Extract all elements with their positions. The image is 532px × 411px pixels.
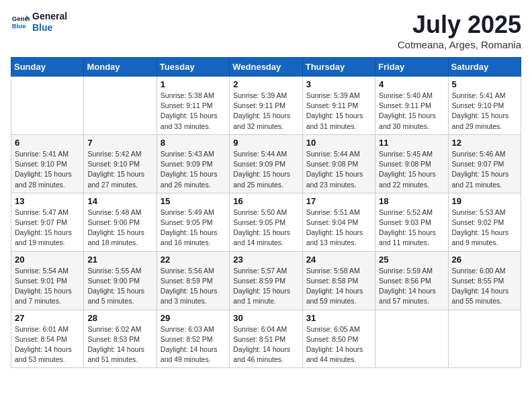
day-info: Sunrise: 5:58 AM Sunset: 8:58 PM Dayligh… <box>306 266 371 307</box>
weekday-header-sunday: Sunday <box>11 58 84 77</box>
day-info: Sunrise: 6:04 AM Sunset: 8:51 PM Dayligh… <box>233 324 298 365</box>
calendar-cell: 25Sunrise: 5:59 AM Sunset: 8:56 PM Dayli… <box>375 251 448 310</box>
calendar-cell: 22Sunrise: 5:56 AM Sunset: 8:59 PM Dayli… <box>157 251 229 310</box>
day-info: Sunrise: 5:42 AM Sunset: 9:10 PM Dayligh… <box>87 149 152 190</box>
day-info: Sunrise: 5:52 AM Sunset: 9:03 PM Dayligh… <box>379 208 444 248</box>
day-info: Sunrise: 5:59 AM Sunset: 8:56 PM Dayligh… <box>379 266 444 307</box>
day-number: 24 <box>306 255 371 265</box>
day-info: Sunrise: 5:54 AM Sunset: 9:01 PM Dayligh… <box>15 266 80 307</box>
day-info: Sunrise: 6:05 AM Sunset: 8:50 PM Dayligh… <box>306 324 371 365</box>
weekday-header-friday: Friday <box>375 58 448 77</box>
calendar-cell: 8Sunrise: 5:43 AM Sunset: 9:09 PM Daylig… <box>157 134 229 193</box>
day-number: 7 <box>87 138 152 148</box>
weekday-header-wednesday: Wednesday <box>230 58 302 77</box>
weekday-header-tuesday: Tuesday <box>157 58 229 77</box>
calendar-cell: 27Sunrise: 6:01 AM Sunset: 8:54 PM Dayli… <box>11 310 84 368</box>
calendar-cell: 31Sunrise: 6:05 AM Sunset: 8:50 PM Dayli… <box>302 310 375 368</box>
day-info: Sunrise: 5:57 AM Sunset: 8:59 PM Dayligh… <box>233 266 298 307</box>
day-info: Sunrise: 5:44 AM Sunset: 9:08 PM Dayligh… <box>306 149 371 190</box>
calendar-cell: 11Sunrise: 5:45 AM Sunset: 9:08 PM Dayli… <box>375 134 448 193</box>
calendar-table: SundayMondayTuesdayWednesdayThursdayFrid… <box>11 57 521 368</box>
calendar-cell: 1Sunrise: 5:38 AM Sunset: 9:11 PM Daylig… <box>157 77 229 135</box>
day-number: 30 <box>233 313 298 323</box>
logo-blue: Blue <box>32 22 67 34</box>
day-number: 8 <box>161 138 226 148</box>
calendar-cell <box>448 310 521 368</box>
month-title: July 2025 <box>398 11 521 39</box>
weekday-header-thursday: Thursday <box>302 58 375 77</box>
day-number: 18 <box>379 196 444 206</box>
day-info: Sunrise: 5:41 AM Sunset: 9:10 PM Dayligh… <box>15 149 80 190</box>
calendar-cell: 3Sunrise: 5:39 AM Sunset: 9:11 PM Daylig… <box>302 77 375 135</box>
calendar-cell: 18Sunrise: 5:52 AM Sunset: 9:03 PM Dayli… <box>375 193 448 251</box>
calendar-cell: 30Sunrise: 6:04 AM Sunset: 8:51 PM Dayli… <box>230 310 302 368</box>
day-info: Sunrise: 6:03 AM Sunset: 8:52 PM Dayligh… <box>161 324 226 365</box>
calendar-cell: 9Sunrise: 5:44 AM Sunset: 9:09 PM Daylig… <box>230 134 302 193</box>
calendar-week-row: 20Sunrise: 5:54 AM Sunset: 9:01 PM Dayli… <box>11 251 521 310</box>
day-info: Sunrise: 5:50 AM Sunset: 9:05 PM Dayligh… <box>233 208 298 248</box>
calendar-week-row: 1Sunrise: 5:38 AM Sunset: 9:11 PM Daylig… <box>11 77 521 135</box>
day-number: 10 <box>306 138 371 148</box>
calendar-cell: 14Sunrise: 5:48 AM Sunset: 9:06 PM Dayli… <box>84 193 157 251</box>
day-info: Sunrise: 6:00 AM Sunset: 8:55 PM Dayligh… <box>452 266 517 307</box>
calendar-cell <box>11 77 84 135</box>
day-info: Sunrise: 5:49 AM Sunset: 9:05 PM Dayligh… <box>161 208 226 248</box>
day-number: 12 <box>452 138 517 148</box>
day-info: Sunrise: 5:47 AM Sunset: 9:07 PM Dayligh… <box>15 208 80 248</box>
day-info: Sunrise: 5:41 AM Sunset: 9:10 PM Dayligh… <box>452 91 517 132</box>
day-info: Sunrise: 6:02 AM Sunset: 8:53 PM Dayligh… <box>87 324 152 365</box>
day-info: Sunrise: 6:01 AM Sunset: 8:54 PM Dayligh… <box>15 324 80 365</box>
calendar-week-row: 27Sunrise: 6:01 AM Sunset: 8:54 PM Dayli… <box>11 310 521 368</box>
day-number: 26 <box>452 255 517 265</box>
svg-text:Blue: Blue <box>12 22 26 30</box>
day-info: Sunrise: 5:48 AM Sunset: 9:06 PM Dayligh… <box>87 208 152 248</box>
calendar-cell: 12Sunrise: 5:46 AM Sunset: 9:07 PM Dayli… <box>448 134 521 193</box>
day-number: 29 <box>161 313 226 323</box>
calendar-week-row: 13Sunrise: 5:47 AM Sunset: 9:07 PM Dayli… <box>11 193 521 251</box>
calendar-cell: 19Sunrise: 5:53 AM Sunset: 9:02 PM Dayli… <box>448 193 521 251</box>
day-info: Sunrise: 5:40 AM Sunset: 9:11 PM Dayligh… <box>379 91 444 132</box>
day-number: 31 <box>306 313 371 323</box>
calendar-cell: 28Sunrise: 6:02 AM Sunset: 8:53 PM Dayli… <box>84 310 157 368</box>
calendar-cell: 10Sunrise: 5:44 AM Sunset: 9:08 PM Dayli… <box>302 134 375 193</box>
calendar-cell: 29Sunrise: 6:03 AM Sunset: 8:52 PM Dayli… <box>157 310 229 368</box>
day-number: 25 <box>379 255 444 265</box>
day-number: 2 <box>233 79 298 89</box>
location-subtitle: Cotmeana, Arges, Romania <box>398 39 521 50</box>
day-number: 9 <box>233 138 298 148</box>
day-info: Sunrise: 5:46 AM Sunset: 9:07 PM Dayligh… <box>452 149 517 190</box>
day-number: 16 <box>233 196 298 206</box>
calendar-cell: 17Sunrise: 5:51 AM Sunset: 9:04 PM Dayli… <box>302 193 375 251</box>
page-header: General Blue General Blue July 2025 Cotm… <box>11 11 521 50</box>
day-info: Sunrise: 5:39 AM Sunset: 9:11 PM Dayligh… <box>306 91 371 132</box>
logo: General Blue General Blue <box>11 11 67 34</box>
calendar-cell <box>84 77 157 135</box>
day-number: 22 <box>161 255 226 265</box>
day-number: 23 <box>233 255 298 265</box>
calendar-cell: 23Sunrise: 5:57 AM Sunset: 8:59 PM Dayli… <box>230 251 302 310</box>
day-number: 13 <box>15 196 80 206</box>
day-number: 1 <box>161 79 226 89</box>
logo-icon: General Blue <box>11 13 30 32</box>
calendar-cell: 2Sunrise: 5:39 AM Sunset: 9:11 PM Daylig… <box>230 77 302 135</box>
calendar-cell: 16Sunrise: 5:50 AM Sunset: 9:05 PM Dayli… <box>230 193 302 251</box>
calendar-cell <box>375 310 448 368</box>
day-info: Sunrise: 5:43 AM Sunset: 9:09 PM Dayligh… <box>161 149 226 190</box>
day-info: Sunrise: 5:55 AM Sunset: 9:00 PM Dayligh… <box>87 266 152 307</box>
day-number: 6 <box>15 138 80 148</box>
day-info: Sunrise: 5:51 AM Sunset: 9:04 PM Dayligh… <box>306 208 371 248</box>
day-info: Sunrise: 5:53 AM Sunset: 9:02 PM Dayligh… <box>452 208 517 248</box>
calendar-cell: 5Sunrise: 5:41 AM Sunset: 9:10 PM Daylig… <box>448 77 521 135</box>
day-number: 4 <box>379 79 444 89</box>
calendar-week-row: 6Sunrise: 5:41 AM Sunset: 9:10 PM Daylig… <box>11 134 521 193</box>
day-number: 27 <box>15 313 80 323</box>
calendar-cell: 21Sunrise: 5:55 AM Sunset: 9:00 PM Dayli… <box>84 251 157 310</box>
day-info: Sunrise: 5:39 AM Sunset: 9:11 PM Dayligh… <box>233 91 298 132</box>
day-number: 15 <box>161 196 226 206</box>
day-number: 21 <box>87 255 152 265</box>
weekday-header-row: SundayMondayTuesdayWednesdayThursdayFrid… <box>11 58 521 77</box>
day-number: 28 <box>87 313 152 323</box>
day-number: 14 <box>87 196 152 206</box>
day-number: 11 <box>379 138 444 148</box>
weekday-header-saturday: Saturday <box>448 58 521 77</box>
